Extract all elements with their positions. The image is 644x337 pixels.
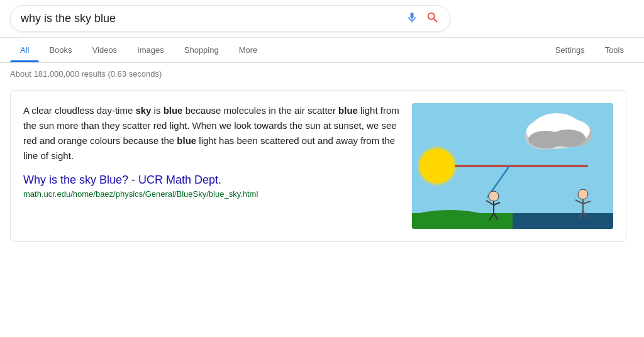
mic-icon[interactable] <box>406 11 418 26</box>
search-icon[interactable] <box>426 11 440 26</box>
tab-shopping[interactable]: Shopping <box>174 38 229 62</box>
search-input[interactable] <box>21 12 398 25</box>
svg-point-23 <box>578 189 588 199</box>
svg-point-6 <box>417 146 457 186</box>
snippet-text: A clear cloudless day-time sky is blue b… <box>23 103 399 163</box>
search-icons <box>406 11 440 26</box>
nav-tabs: All Books Videos Images Shopping More Se… <box>0 38 644 63</box>
featured-snippet-card: A clear cloudless day-time sky is blue b… <box>10 90 626 242</box>
tab-videos[interactable]: Videos <box>82 38 128 62</box>
snippet-link-title[interactable]: Why is the sky Blue? - UCR Math Dept. <box>23 174 399 187</box>
tab-tools[interactable]: Tools <box>595 38 634 62</box>
tab-images[interactable]: Images <box>127 38 174 62</box>
tab-settings[interactable]: Settings <box>545 38 595 62</box>
svg-point-17 <box>489 191 499 201</box>
tab-more[interactable]: More <box>229 38 268 62</box>
tab-all[interactable]: All <box>10 38 39 62</box>
tab-books[interactable]: Books <box>39 38 82 62</box>
search-input-wrapper <box>10 5 450 32</box>
snippet-url: math.ucr.edu/home/baez/physics/General/B… <box>23 189 399 199</box>
svg-rect-4 <box>513 213 613 229</box>
svg-point-14 <box>550 130 586 147</box>
snippet-image <box>412 103 613 229</box>
result-count: About 181,000,000 results (0.63 seconds) <box>0 63 644 85</box>
snippet-text-area: A clear cloudless day-time sky is blue b… <box>23 103 399 229</box>
search-bar-container <box>0 0 644 38</box>
